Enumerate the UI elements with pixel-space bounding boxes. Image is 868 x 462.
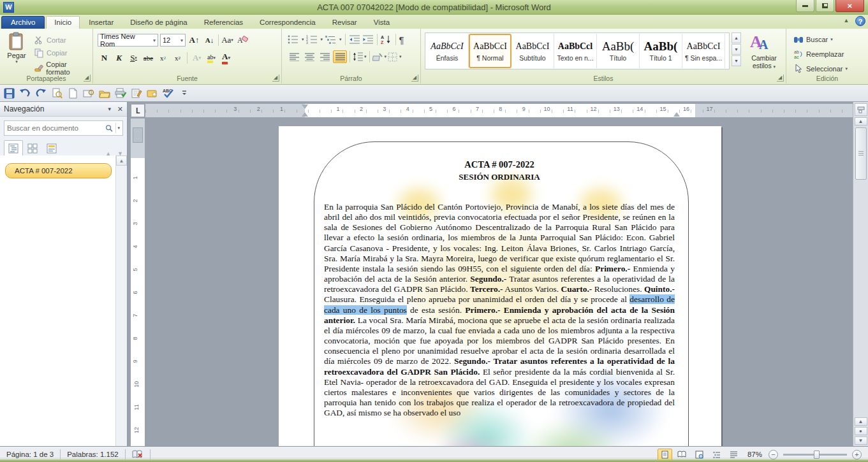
font-color-icon[interactable]: A▾	[219, 52, 233, 64]
styles-more-icon[interactable]: ▼	[732, 55, 741, 66]
italic-icon[interactable]: K	[112, 52, 126, 64]
edit-page-icon[interactable]	[129, 86, 143, 100]
find-button[interactable]: Buscar▾	[791, 33, 850, 46]
styles-scroll-down-icon[interactable]: ▼	[732, 44, 741, 55]
change-case-icon[interactable]: Aa▾	[221, 34, 234, 47]
tab-archivo[interactable]: Archivo	[1, 16, 45, 29]
scroll-up-icon[interactable]: ▲	[855, 117, 867, 126]
highlight-color-icon[interactable]: ab▾	[205, 52, 218, 64]
replace-button[interactable]: ab ac Reemplazar	[791, 48, 850, 61]
help-icon[interactable]: ?	[855, 16, 865, 26]
show-marks-icon[interactable]: ¶	[399, 34, 404, 45]
toolbar-options-icon[interactable]	[177, 86, 191, 100]
minimize-button[interactable]	[796, 0, 814, 12]
zoom-in-icon[interactable]: +	[852, 450, 862, 459]
vertical-scrollbar[interactable]: ▲ ▲ ● ▼	[853, 102, 868, 446]
page-indicator[interactable]: Página: 1 de 3	[0, 449, 60, 459]
style--normal[interactable]: AaBbCcI¶ Normal	[469, 34, 511, 68]
font-size-combobox[interactable]: 12▾	[160, 34, 186, 47]
style-énfasis[interactable]: AaBbCcIÉnfasis	[426, 34, 469, 68]
underline-icon[interactable]: S▾	[127, 52, 140, 64]
bullets-icon[interactable]	[287, 34, 300, 45]
redo-icon[interactable]	[34, 86, 48, 100]
align-right-icon[interactable]	[318, 50, 332, 63]
strikethrough-icon[interactable]: abe	[142, 52, 155, 64]
numbering-icon[interactable]: 123	[306, 34, 319, 45]
draft-view-icon[interactable]	[726, 449, 741, 461]
navigation-scrollbar[interactable]: ▲	[115, 155, 127, 446]
zoom-out-icon[interactable]: −	[769, 450, 778, 459]
bold-icon[interactable]: N	[98, 52, 111, 64]
copy-button[interactable]: Copiar	[32, 47, 92, 59]
attachment-icon[interactable]	[82, 86, 96, 100]
navigation-options-icon[interactable]: ▼	[107, 106, 112, 112]
zoom-level[interactable]: 87%	[744, 449, 766, 459]
text-effects-icon[interactable]: A▾	[190, 52, 203, 64]
tab-vista[interactable]: Vista	[366, 17, 397, 29]
paste-button[interactable]: Pegar ▾	[4, 32, 29, 64]
font-dialog-launcher-icon[interactable]: ◢	[272, 75, 279, 82]
justify-icon[interactable]	[333, 50, 347, 63]
style-título[interactable]: AaBb(Título	[597, 34, 640, 68]
grow-font-icon[interactable]: A↑	[188, 34, 201, 47]
clipboard-dialog-launcher-icon[interactable]: ◢	[84, 75, 91, 82]
next-page-icon[interactable]: ▼	[855, 437, 867, 445]
folder-star-icon[interactable]	[145, 86, 159, 100]
align-center-icon[interactable]	[302, 50, 316, 63]
nav-heading-item[interactable]: ACTA # 007-2022	[5, 163, 112, 178]
print-preview-icon[interactable]	[50, 86, 64, 100]
style-título-1[interactable]: AaBb(Título 1	[640, 34, 682, 68]
cut-button[interactable]: Cortar	[32, 34, 92, 47]
document-page[interactable]: ACTA # 007-2022 SESIÓN ORDINARIA En la p…	[279, 126, 721, 446]
style-texto-en-n-[interactable]: AaBbCclTexto en n...	[554, 34, 597, 68]
tab-inicio[interactable]: Inicio	[46, 16, 80, 29]
clear-formatting-icon[interactable]: A	[236, 34, 249, 46]
tab-stop-selector[interactable]: L	[131, 104, 145, 117]
open-folder-icon[interactable]	[98, 86, 112, 100]
word-count[interactable]: Palabras: 1.152	[61, 449, 125, 459]
zoom-slider-thumb[interactable]	[814, 451, 820, 459]
tab-revisar[interactable]: Revisar	[325, 17, 365, 29]
tab-correspondencia[interactable]: Correspondencia	[252, 17, 323, 29]
select-button[interactable]: Seleccionar▾	[791, 62, 850, 75]
decrease-indent-icon[interactable]	[349, 34, 360, 45]
web-layout-view-icon[interactable]	[692, 449, 707, 461]
superscript-icon[interactable]: x2	[171, 52, 184, 64]
browse-results-tab[interactable]	[42, 140, 61, 157]
paragraph-dialog-launcher-icon[interactable]: ◢	[411, 75, 418, 82]
align-left-icon[interactable]	[287, 50, 301, 63]
style-subtítulo[interactable]: AaBbCcISubtítulo	[511, 34, 554, 68]
document-text[interactable]: ACTA # 007-2022 SESIÓN ORDINARIA En la p…	[324, 158, 675, 418]
spelling-check-icon[interactable]: ABC	[161, 86, 175, 100]
vertical-ruler[interactable]: 12345678910111213	[131, 119, 145, 446]
outline-view-icon[interactable]	[709, 449, 724, 461]
shading-icon[interactable]	[372, 52, 383, 62]
borders-icon[interactable]	[388, 52, 398, 62]
proofing-status-icon[interactable]	[126, 449, 150, 459]
font-name-combobox[interactable]: Times New Rom▾	[98, 34, 158, 47]
browse-pages-tab[interactable]	[23, 140, 42, 157]
scrollbar-thumb[interactable]	[855, 127, 867, 180]
search-input[interactable]	[7, 124, 105, 132]
save-icon[interactable]	[2, 86, 16, 100]
tab-insertar[interactable]: Insertar	[81, 17, 121, 29]
styles-scroll-up-icon[interactable]: ▲	[732, 32, 741, 43]
change-styles-button[interactable]: A A Cambiar estilos ▾	[745, 32, 783, 71]
line-spacing-icon[interactable]	[353, 52, 363, 62]
print-layout-view-icon[interactable]	[658, 449, 672, 461]
close-button[interactable]: ✕	[835, 0, 864, 12]
search-icon[interactable]	[105, 124, 114, 133]
subscript-icon[interactable]: x2	[156, 52, 170, 64]
undo-icon[interactable]: ▾	[18, 86, 32, 100]
new-document-icon[interactable]	[66, 86, 80, 100]
navigation-search-box[interactable]: ▾	[4, 120, 123, 136]
style--sin-espa-[interactable]: AaBbCcI¶ Sin espa...	[682, 34, 725, 68]
fullscreen-reading-view-icon[interactable]	[675, 449, 689, 461]
search-options-icon[interactable]: ▾	[117, 126, 120, 131]
multilevel-list-icon[interactable]	[325, 34, 337, 45]
navigation-close-icon[interactable]: ✕	[117, 105, 123, 113]
sort-icon[interactable]: A Z	[381, 34, 392, 45]
nav-scroll-up-icon[interactable]: ▲	[116, 155, 127, 166]
tab-referencias[interactable]: Referencias	[196, 17, 251, 29]
zoom-slider[interactable]	[783, 454, 847, 456]
